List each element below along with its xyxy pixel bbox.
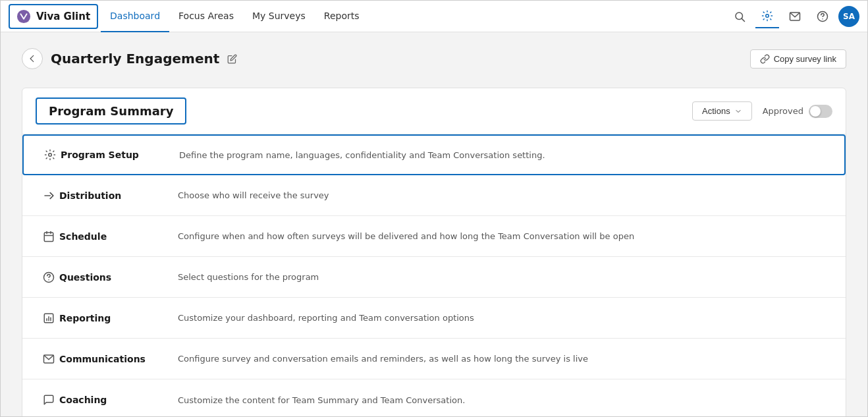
nav-right-icons: SA [728,5,859,28]
menu-item-coaching[interactable]: Coaching Customize the content for Team … [22,379,846,417]
menu-desc-questions: Select questions for the program [178,272,830,282]
page-header-left: Quarterly Engagement [22,48,237,69]
chevron-down-icon [734,107,742,115]
edit-title-button[interactable] [227,54,237,64]
svg-point-6 [822,18,823,20]
svg-point-3 [766,14,769,17]
nav-reports[interactable]: Reports [315,1,369,32]
user-avatar[interactable]: SA [838,6,859,27]
gear-icon [761,10,773,22]
menu-item-reporting[interactable]: Reporting Customize your dashboard, repo… [22,298,846,339]
nav-focus-areas[interactable]: Focus Areas [169,1,243,32]
actions-button[interactable]: Actions [692,101,752,121]
menu-item-schedule[interactable]: Schedule Configure when and how often su… [22,216,846,257]
communications-mail-icon [43,353,55,365]
calendar-icon [43,231,55,242]
approved-label: Approved [763,106,803,116]
menu-item-distribution[interactable]: Distribution Choose who will receive the… [22,175,846,216]
top-navigation: Viva Glint Dashboard Focus Areas My Surv… [1,1,867,32]
help-icon [817,11,828,22]
send-icon [43,190,55,202]
back-arrow-icon [28,54,37,63]
menu-desc-schedule: Configure when and how often surveys wil… [178,231,830,241]
question-circle-icon [43,271,55,283]
help-button[interactable] [811,5,834,28]
search-button[interactable] [728,5,751,28]
menu-label-program-setup: Program Setup [61,150,179,160]
nav-my-surveys[interactable]: My Surveys [243,1,315,32]
page-title: Quarterly Engagement [51,51,219,67]
coaching-chat-icon [43,394,55,406]
menu-label-coaching: Coaching [59,395,178,405]
back-button[interactable] [22,48,43,69]
svg-line-2 [742,18,744,21]
notifications-button[interactable] [783,5,807,28]
viva-glint-logo-icon [16,9,31,24]
setup-gear-icon [44,149,56,161]
menu-label-communications: Communications [59,354,178,364]
nav-dashboard[interactable]: Dashboard [101,1,169,32]
menu-desc-reporting: Customize your dashboard, reporting and … [178,313,830,323]
card-header: Program Summary Actions Approved [22,88,846,134]
approved-toggle[interactable] [809,105,832,118]
reporting-icon [43,312,55,324]
svg-point-7 [49,153,52,157]
menu-label-distribution: Distribution [59,190,178,201]
menu-desc-coaching: Customize the content for Team Summary a… [178,395,830,405]
menu-label-questions: Questions [59,272,178,283]
svg-point-14 [48,279,49,281]
approved-row: Approved [763,105,832,118]
menu-label-schedule: Schedule [59,231,178,242]
nav-links: Dashboard Focus Areas My Surveys Reports [101,1,368,32]
brand-name: Viva Glint [36,11,90,22]
content-area: Quarterly Engagement Copy survey link Pr… [1,32,867,417]
svg-rect-9 [44,233,53,242]
menu-item-program-setup[interactable]: Program Setup Define the program name, l… [22,134,846,175]
menu-desc-distribution: Choose who will receive the survey [178,190,830,200]
page-header: Quarterly Engagement Copy survey link [22,48,846,69]
card-actions: Actions Approved [692,101,832,121]
menu-label-reporting: Reporting [59,313,178,323]
menu-item-communications[interactable]: Communications Configure survey and conv… [22,339,846,379]
menu-desc-program-setup: Define the program name, languages, conf… [179,150,828,160]
copy-survey-link-button[interactable]: Copy survey link [750,49,846,69]
pencil-icon [227,54,237,64]
svg-point-0 [17,9,30,22]
toggle-knob [810,106,821,117]
brand-logo[interactable]: Viva Glint [9,4,98,29]
program-summary-card: Program Summary Actions Approved [22,88,846,417]
mail-icon [789,11,801,22]
menu-desc-communications: Configure survey and conversation emails… [178,354,830,364]
card-title-box: Program Summary [36,97,186,125]
menu-item-questions[interactable]: Questions Select questions for the progr… [22,257,846,298]
link-icon [760,54,770,64]
settings-button[interactable] [755,5,779,28]
search-icon [734,11,746,22]
card-title: Program Summary [49,104,173,118]
